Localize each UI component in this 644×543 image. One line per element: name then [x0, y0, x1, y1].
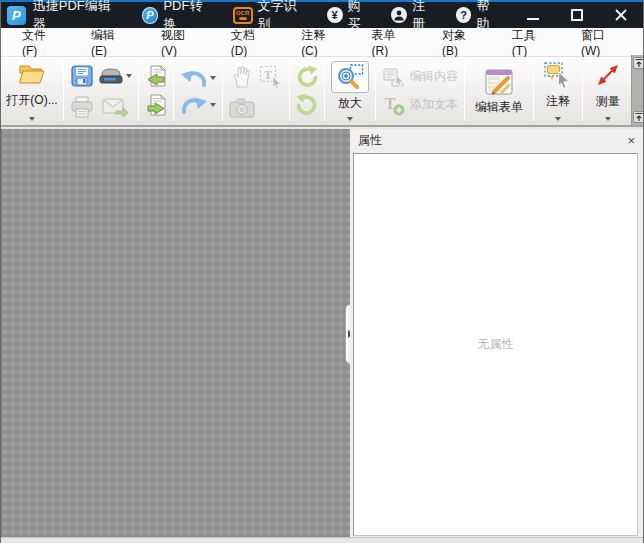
zoom-dropdown-icon[interactable] — [347, 117, 353, 121]
navigation-tools-group: T — [225, 60, 287, 122]
edit-content-button[interactable]: 编辑内容 — [382, 67, 458, 87]
toolbar-separator — [222, 61, 223, 121]
rotate-group — [292, 60, 322, 122]
open-button[interactable]: 打开(O)... — [3, 60, 61, 122]
edit-text-group: 编辑内容 T 添加文本 — [378, 60, 462, 122]
print-dropdown-icon[interactable] — [126, 74, 132, 78]
panel-close-icon[interactable]: × — [627, 134, 635, 147]
open-label: 打开(O)... — [6, 94, 57, 107]
edit-form-icon — [482, 68, 516, 98]
toolbar-pin-top-button[interactable] — [633, 57, 644, 69]
menubar: 文件(F) 编辑(E) 视图(V) 文档(D) 注释(C) 表单(R) 对象(B… — [1, 28, 643, 57]
print-button[interactable] — [70, 96, 94, 118]
undo-redo-group — [176, 60, 220, 122]
undo-button[interactable] — [180, 68, 216, 88]
edit-content-label: 编辑内容 — [410, 70, 458, 83]
next-view-button[interactable] — [144, 94, 168, 118]
measure-icon — [594, 61, 622, 89]
add-text-button[interactable]: T 添加文本 — [382, 94, 458, 116]
email-button[interactable] — [102, 97, 128, 117]
document-canvas[interactable] — [1, 129, 350, 537]
measure-label: 测量 — [596, 95, 620, 108]
no-properties-text: 无属性 — [478, 336, 514, 353]
properties-panel-body: 无属性 — [353, 153, 638, 536]
zoom-label: 放大 — [338, 97, 362, 110]
toolbar-separator — [464, 61, 465, 121]
ocr-eye-icon — [239, 17, 247, 20]
snapshot-tool-button[interactable] — [229, 98, 255, 118]
properties-panel-header: 属性 × — [350, 129, 643, 152]
toolbar: 打开(O)... — [1, 57, 643, 127]
zoom-marquee-icon — [331, 61, 369, 93]
open-folder-icon — [17, 61, 47, 87]
zoom-tool-button[interactable]: 放大 — [327, 60, 373, 122]
window-bottom-edge — [1, 537, 643, 543]
toolbar-separator — [63, 61, 64, 121]
rotate-cw-button[interactable] — [295, 93, 319, 117]
hand-tool-button[interactable] — [231, 65, 253, 89]
annotate-label: 注释 — [546, 95, 570, 108]
save-button[interactable] — [70, 64, 94, 88]
edit-form-button[interactable]: 编辑表单 — [467, 60, 531, 122]
toolbar-separator — [582, 61, 583, 121]
print-device-button[interactable] — [98, 65, 132, 87]
redo-button[interactable] — [180, 95, 216, 115]
toolbar-separator — [289, 61, 290, 121]
toolbar-separator — [138, 61, 139, 121]
rotate-ccw-button[interactable] — [295, 65, 319, 89]
svg-text:T: T — [264, 67, 272, 81]
ocr-badge: OCR — [236, 10, 249, 16]
redo-dropdown-icon[interactable] — [210, 103, 216, 107]
file-actions-group — [66, 60, 136, 122]
toolbar-pin-bottom-button[interactable] — [633, 111, 644, 123]
measure-button[interactable]: 测量 — [585, 60, 631, 122]
annotate-icon — [543, 61, 573, 89]
add-text-label: 添加文本 — [410, 98, 458, 111]
measure-dropdown-icon[interactable] — [605, 117, 611, 121]
toolbar-separator — [533, 61, 534, 121]
toolbar-side-strip — [631, 55, 644, 125]
toolbar-separator — [375, 61, 376, 121]
select-text-tool-button[interactable]: T — [259, 65, 283, 89]
edit-form-label: 编辑表单 — [475, 101, 523, 114]
main-area: 属性 × 无属性 — [1, 129, 643, 537]
app-window: P 迅捷PDF编辑器 P PDF转换 OCR 文字识别 ¥ 购买 — [0, 0, 644, 543]
properties-panel: 属性 × 无属性 — [350, 129, 643, 537]
open-dropdown-icon[interactable] — [29, 117, 35, 121]
view-history-group — [141, 60, 171, 122]
annotate-dropdown-icon[interactable] — [555, 117, 561, 121]
annotate-button[interactable]: 注释 — [536, 60, 580, 122]
toolbar-separator — [173, 61, 174, 121]
previous-view-button[interactable] — [144, 65, 168, 89]
toolbar-separator — [324, 61, 325, 121]
properties-panel-title: 属性 — [358, 132, 382, 149]
undo-dropdown-icon[interactable] — [210, 76, 216, 80]
